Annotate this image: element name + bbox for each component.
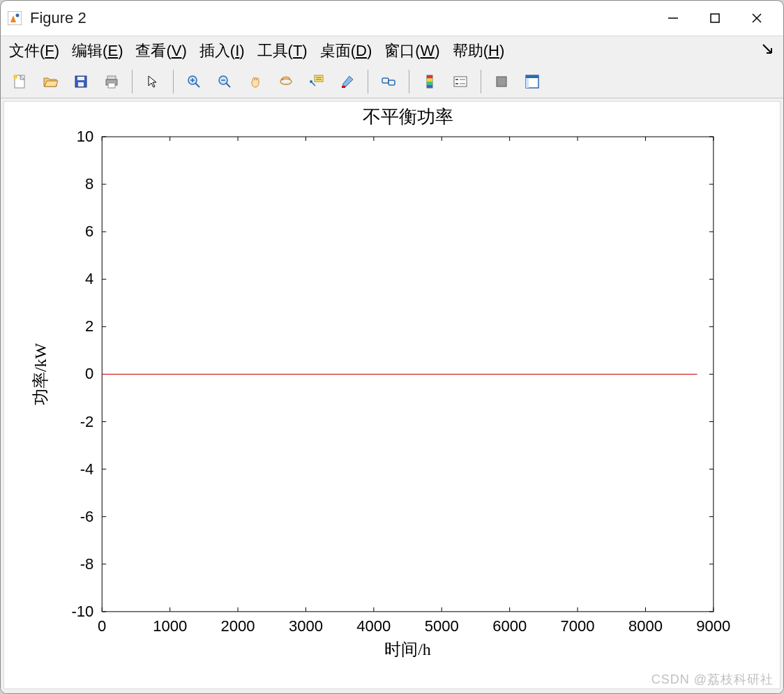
menu-window[interactable]: 窗口(W) bbox=[383, 39, 441, 63]
zoom-in-button[interactable] bbox=[181, 68, 207, 95]
menu-file[interactable]: 文件(F) bbox=[8, 39, 61, 63]
svg-text:7000: 7000 bbox=[561, 617, 595, 635]
brush-button[interactable] bbox=[334, 68, 361, 95]
toolbar-separator bbox=[132, 70, 133, 93]
svg-point-1 bbox=[16, 14, 20, 17]
svg-rect-31 bbox=[427, 75, 432, 79]
svg-text:5000: 5000 bbox=[425, 617, 459, 635]
svg-line-15 bbox=[195, 83, 199, 87]
legend-button[interactable] bbox=[447, 68, 474, 95]
zoom-out-button[interactable] bbox=[211, 68, 238, 95]
menubar: 文件(F) 编辑(E) 查看(V) 插入(I) 工具(T) 桌面(D) 窗口(W… bbox=[1, 36, 783, 65]
svg-rect-3 bbox=[711, 14, 719, 22]
svg-text:0: 0 bbox=[85, 365, 93, 382]
maximize-button[interactable] bbox=[694, 1, 736, 35]
svg-rect-22 bbox=[315, 75, 323, 82]
svg-text:3000: 3000 bbox=[289, 617, 323, 635]
window-controls bbox=[652, 1, 778, 35]
svg-point-7 bbox=[13, 75, 17, 79]
rotate-button[interactable] bbox=[273, 68, 299, 95]
svg-text:0: 0 bbox=[98, 617, 106, 635]
menu-tools[interactable]: 工具(T) bbox=[256, 39, 309, 63]
svg-line-19 bbox=[226, 83, 230, 87]
toolbar-separator bbox=[368, 70, 368, 93]
edit-pointer-button[interactable] bbox=[140, 68, 166, 95]
menu-insert[interactable]: 插入(I) bbox=[198, 39, 246, 63]
svg-text:6000: 6000 bbox=[492, 617, 527, 635]
svg-rect-36 bbox=[455, 79, 458, 80]
svg-text:2: 2 bbox=[85, 317, 93, 335]
figure-window: Figure 2 文件(F) 编辑(E) 查看(V) 插入(I) 工具(T) 桌… bbox=[0, 0, 784, 694]
svg-rect-29 bbox=[389, 80, 395, 85]
window-title: Figure 2 bbox=[30, 9, 652, 27]
new-figure-button[interactable] bbox=[6, 68, 33, 95]
toolbar-separator bbox=[481, 70, 481, 93]
svg-text:功率/kW: 功率/kW bbox=[31, 342, 50, 405]
svg-text:9000: 9000 bbox=[696, 617, 730, 635]
svg-rect-33 bbox=[427, 82, 432, 85]
svg-rect-34 bbox=[427, 84, 432, 88]
menu-desktop[interactable]: 桌面(D) bbox=[319, 39, 374, 63]
svg-text:8: 8 bbox=[85, 175, 93, 193]
svg-rect-37 bbox=[455, 83, 458, 84]
svg-text:-8: -8 bbox=[80, 555, 94, 573]
svg-rect-43 bbox=[526, 78, 529, 88]
hide-plot-tools-button[interactable] bbox=[488, 68, 515, 95]
pan-button[interactable] bbox=[242, 68, 269, 95]
svg-text:-10: -10 bbox=[71, 603, 93, 620]
svg-text:-4: -4 bbox=[80, 460, 94, 478]
svg-rect-0 bbox=[8, 11, 22, 25]
svg-text:1000: 1000 bbox=[153, 617, 187, 635]
save-button[interactable] bbox=[68, 68, 94, 95]
svg-rect-42 bbox=[526, 75, 538, 78]
svg-text:不平衡功率: 不平衡功率 bbox=[363, 107, 453, 127]
svg-rect-11 bbox=[107, 76, 116, 80]
svg-text:8000: 8000 bbox=[628, 617, 663, 635]
svg-point-26 bbox=[310, 80, 312, 83]
plot-canvas[interactable]: 不平衡功率-10-8-6-4-2024681001000200030004000… bbox=[3, 101, 781, 689]
svg-text:6: 6 bbox=[85, 222, 93, 240]
toolbar bbox=[1, 65, 783, 98]
menu-help[interactable]: 帮助(H) bbox=[451, 39, 506, 63]
colorbar-button[interactable] bbox=[416, 68, 443, 95]
svg-text:-2: -2 bbox=[80, 413, 94, 430]
svg-rect-28 bbox=[382, 78, 389, 83]
titlebar: Figure 2 bbox=[1, 1, 783, 36]
link-plot-button[interactable] bbox=[375, 68, 402, 95]
undock-icon[interactable] bbox=[758, 40, 776, 61]
print-button[interactable] bbox=[98, 68, 125, 95]
menu-view[interactable]: 查看(V) bbox=[134, 39, 188, 63]
toolbar-separator bbox=[173, 70, 174, 93]
svg-text:2000: 2000 bbox=[221, 617, 255, 635]
svg-rect-35 bbox=[454, 77, 467, 86]
show-plot-tools-button[interactable] bbox=[519, 68, 545, 95]
svg-text:时间/h: 时间/h bbox=[384, 640, 431, 658]
svg-rect-32 bbox=[427, 78, 432, 82]
menu-edit[interactable]: 编辑(E) bbox=[70, 39, 124, 63]
close-button[interactable] bbox=[736, 1, 778, 35]
app-icon bbox=[6, 10, 23, 27]
svg-rect-9 bbox=[77, 77, 84, 80]
plot-area: 不平衡功率-10-8-6-4-2024681001000200030004000… bbox=[1, 98, 783, 693]
svg-text:-6: -6 bbox=[80, 508, 94, 525]
data-cursor-button[interactable] bbox=[303, 68, 330, 95]
svg-rect-10 bbox=[78, 82, 84, 86]
open-button[interactable] bbox=[37, 68, 63, 95]
svg-text:4000: 4000 bbox=[356, 617, 391, 635]
svg-rect-27 bbox=[342, 86, 345, 88]
svg-text:10: 10 bbox=[77, 128, 94, 145]
svg-text:4: 4 bbox=[85, 270, 93, 287]
svg-rect-13 bbox=[108, 83, 115, 88]
svg-rect-40 bbox=[497, 77, 506, 86]
chart-svg: 不平衡功率-10-8-6-4-2024681001000200030004000… bbox=[4, 102, 780, 688]
minimize-button[interactable] bbox=[652, 1, 694, 35]
toolbar-separator bbox=[409, 70, 409, 93]
